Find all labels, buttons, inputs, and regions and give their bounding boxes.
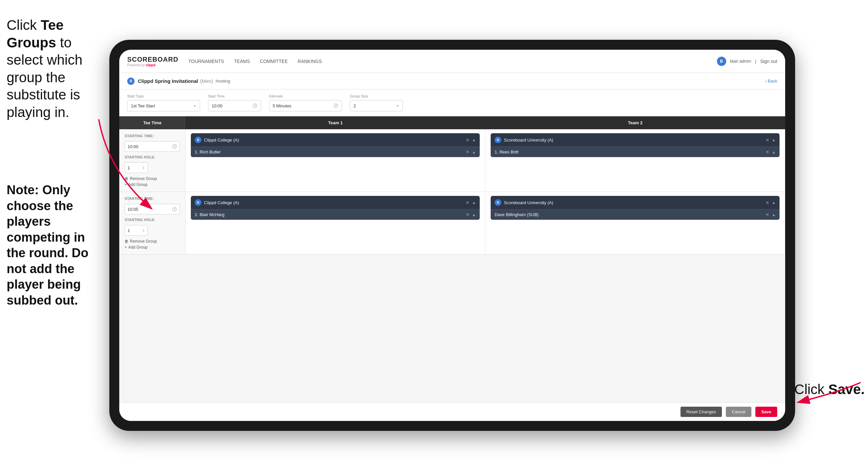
user-name: blair admin: [730, 59, 751, 64]
col-tee-time: Tee Time: [119, 116, 186, 129]
trash-icon-2: 🗑: [125, 239, 128, 243]
player-close-2-1[interactable]: ✕: [766, 149, 769, 154]
intervals-clock-icon: 🕐: [333, 104, 338, 108]
team-close-1-2[interactable]: ✕: [466, 200, 469, 205]
nav-separator: |: [755, 59, 756, 64]
back-link[interactable]: ‹ Back: [765, 79, 777, 84]
tablet-screen: SCOREBOARD Powered by clippd TOURNAMENTS…: [119, 50, 785, 421]
team-close-2-1[interactable]: ✕: [766, 138, 769, 143]
remove-group-btn-1[interactable]: 🗑 Remove Group: [125, 176, 180, 181]
clock-icon: 🕐: [252, 104, 257, 108]
player-close-1-2[interactable]: ✕: [466, 212, 469, 217]
save-bold: Save.: [828, 381, 865, 397]
team-close-2-2[interactable]: ✕: [766, 200, 769, 205]
team-chevron-1-2[interactable]: ▲: [472, 201, 476, 204]
tee-groups-bold: Tee Groups: [7, 17, 64, 50]
team-icon-1-2: B: [195, 199, 202, 206]
start-type-input[interactable]: 1st Tee Start ▼: [127, 100, 200, 111]
main-content: Start Type 1st Tee Start ▼ Start Time 10…: [119, 89, 785, 421]
intervals-group: Intervals 5 Minutes 🕐: [269, 94, 342, 111]
team-chevron-2-2[interactable]: ▲: [772, 201, 776, 204]
add-group-btn-2[interactable]: + Add Group: [125, 245, 180, 250]
logo-scoreboard: SCOREBOARD: [127, 56, 178, 63]
player-chevron-2-2[interactable]: ▲: [772, 213, 776, 217]
start-time-value: 10:00: [212, 104, 250, 108]
hole-chevron-2: ⇕: [142, 229, 145, 232]
team2-cell-1: B Scoreboard University (A) ✕ ▲ 1. Rees …: [485, 129, 785, 192]
remove-group-btn-2[interactable]: 🗑 Remove Group: [125, 239, 180, 243]
navbar: SCOREBOARD Powered by clippd TOURNAMENTS…: [119, 50, 785, 73]
footer-bar: Reset Changes Cancel Save: [119, 402, 785, 421]
intervals-input[interactable]: 5 Minutes 🕐: [269, 100, 342, 111]
player-chevron-2-1[interactable]: ▲: [772, 150, 776, 154]
nav-tournaments[interactable]: TOURNAMENTS: [188, 57, 224, 65]
tournament-name: Clippd Spring Invitational: [138, 78, 198, 84]
starting-time-label-1: STARTING TIME:: [125, 134, 180, 138]
tee-clock-2: 🕐: [172, 207, 177, 211]
tee-hole-value-2: 1: [128, 228, 140, 233]
tee-left-2: STARTING TIME: 10:05 🕐 STARTING HOLE: 1 …: [119, 192, 186, 254]
team-card-header-2-2: B Scoreboard University (A) ✕ ▲: [491, 196, 779, 209]
tee-hole-input-2[interactable]: 1 ⇕: [125, 225, 148, 236]
team-controls-1-1: ✕ ▲: [466, 138, 476, 143]
tee-actions-1: 🗑 Remove Group + Add Group: [125, 176, 180, 187]
player-chevron-1-1[interactable]: ▲: [472, 150, 476, 154]
team1-cell-2: B Clippd College (A) ✕ ▲ 2. Blair McHarg…: [186, 192, 485, 254]
team-card-header-2-1: B Scoreboard University (A) ✕ ▲: [491, 133, 779, 146]
team-close-1-1[interactable]: ✕: [466, 138, 469, 143]
trash-icon: 🗑: [125, 176, 128, 181]
team-card-1-2[interactable]: B Clippd College (A) ✕ ▲ 2. Blair McHarg…: [191, 196, 480, 220]
group-size-value: 2: [353, 104, 393, 108]
tee-hole-input-1[interactable]: 1 ⇕: [125, 163, 148, 173]
tee-time-input-2[interactable]: 10:05 🕐: [125, 204, 180, 214]
instruction-main: Click Tee Groups to select which group t…: [0, 10, 103, 127]
player-chevron-1-2[interactable]: ▲: [472, 213, 476, 217]
sub-header: B Clippd Spring Invitational (Men) Hosti…: [119, 73, 785, 89]
tee-row-2: STARTING TIME: 10:05 🕐 STARTING HOLE: 1 …: [119, 192, 785, 255]
plus-icon: +: [125, 182, 127, 187]
player-close-2-2[interactable]: ✕: [766, 212, 769, 217]
hole-chevron-1: ⇕: [142, 166, 145, 170]
team-chevron-1-1[interactable]: ▲: [472, 138, 476, 142]
settings-bar: Start Type 1st Tee Start ▼ Start Time 10…: [119, 89, 785, 116]
logo-area: SCOREBOARD Powered by clippd: [127, 56, 178, 67]
player-close-1-1[interactable]: ✕: [466, 149, 469, 154]
group-size-input[interactable]: 2 ▼: [350, 100, 403, 111]
start-time-group: Start Time 10:00 🕐: [208, 94, 261, 111]
team-card-2-2[interactable]: B Scoreboard University (A) ✕ ▲ Dave Bil…: [491, 196, 779, 220]
tee-row: STARTING TIME: 10:00 🕐 STARTING HOLE: 1 …: [119, 129, 785, 192]
player-row-2-2: Dave Billingham (SUB) ✕ ▲: [491, 209, 779, 220]
nav-committee[interactable]: COMMITTEE: [260, 57, 288, 65]
player-row-2-1: 1. Rees Britt ✕ ▲: [491, 146, 779, 157]
start-type-value: 1st Tee Start: [131, 104, 190, 108]
cancel-button[interactable]: Cancel: [726, 407, 751, 417]
intervals-label: Intervals: [269, 94, 342, 98]
click-save-instruction: Click Save.: [795, 381, 865, 398]
sub-header-icon: B: [127, 78, 134, 85]
sign-out-link[interactable]: Sign out: [760, 57, 777, 65]
table-area: Tee Time Team 1 Team 2 STARTING TIME: 10…: [119, 116, 785, 402]
team-icon-2-2: B: [495, 199, 501, 206]
add-group-btn-1[interactable]: + Add Group: [125, 182, 180, 187]
tee-time-value-2: 10:05: [128, 207, 170, 212]
nav-user: B blair admin | Sign out: [717, 57, 777, 66]
starting-hole-label-1: STARTING HOLE:: [125, 155, 180, 159]
nav-teams[interactable]: TEAMS: [234, 57, 250, 65]
col-team1: Team 1: [186, 116, 485, 129]
nav-rankings[interactable]: RANKINGS: [298, 57, 322, 65]
tee-time-value-1: 10:00: [128, 144, 170, 149]
team-controls-2-2: ✕ ▲: [766, 200, 776, 205]
avatar: B: [717, 57, 726, 66]
nav-links: TOURNAMENTS TEAMS COMMITTEE RANKINGS: [188, 57, 717, 65]
save-button[interactable]: Save: [755, 407, 777, 417]
team-card-2-1[interactable]: B Scoreboard University (A) ✕ ▲ 1. Rees …: [491, 133, 779, 157]
team-card-1-1[interactable]: B Clippd College (A) ✕ ▲ 1. Rich Butler …: [191, 133, 480, 157]
team-name-2-1: Scoreboard University (A): [504, 138, 763, 143]
reset-button[interactable]: Reset Changes: [681, 407, 722, 417]
start-time-input[interactable]: 10:00 🕐: [208, 100, 261, 111]
team-chevron-2-1[interactable]: ▲: [772, 138, 776, 142]
tee-time-input-1[interactable]: 10:00 🕐: [125, 141, 180, 152]
note-bold: Note: Only choose the players competing …: [7, 183, 89, 307]
intervals-value: 5 Minutes: [273, 104, 331, 108]
start-type-group: Start Type 1st Tee Start ▼: [127, 94, 200, 111]
